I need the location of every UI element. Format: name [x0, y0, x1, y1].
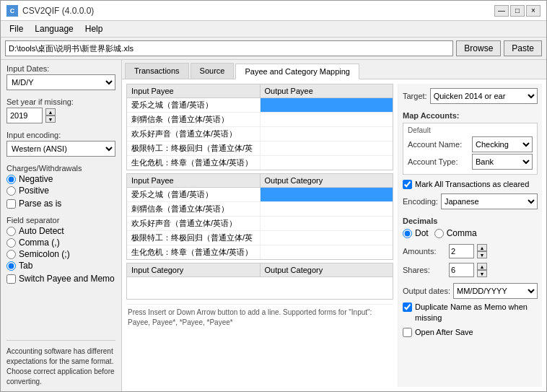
title-controls: — □ × — [494, 5, 541, 17]
tab-payee-category[interactable]: Payee and Category Mapping — [235, 64, 359, 79]
dot-label: Dot — [415, 228, 429, 238]
cat-output-cell — [261, 202, 393, 216]
cat-output-cell — [261, 245, 393, 259]
table-row[interactable]: 刺猬信条（普通立体/英语） — [127, 202, 393, 217]
dot-radio[interactable] — [403, 229, 412, 238]
accounts-subsection: Default Account Name: Checking Account T… — [403, 123, 538, 175]
tab-source[interactable]: Source — [191, 63, 235, 79]
maximize-button[interactable]: □ — [510, 5, 525, 17]
right-config-panel: Target: Quicken 2014 or ear Map Accounts… — [398, 84, 542, 387]
open-after-save-label[interactable]: Open After Save — [403, 327, 538, 337]
shares-row: Shares: ▲ ▼ — [403, 263, 538, 277]
menu-language[interactable]: Language — [29, 22, 79, 35]
payee-input-cell: 生化危机：终章（普通立体/英语） — [127, 156, 261, 170]
tab-radio[interactable] — [6, 261, 16, 271]
table-row[interactable]: 爱乐之城（普通/英语） — [127, 98, 393, 113]
cat-output-cell — [261, 231, 393, 245]
positive-radio[interactable] — [6, 186, 16, 196]
close-button[interactable]: × — [526, 5, 541, 17]
payee-col1-header: Input Payee — [127, 84, 261, 97]
account-type-select[interactable]: Bank — [472, 154, 533, 170]
table-row[interactable]: 生化危机：终章（普通立体/英语） — [127, 156, 393, 170]
shares-up[interactable]: ▲ — [477, 263, 487, 270]
tabs: Transactions Source Payee and Category M… — [122, 60, 546, 79]
switch-payee-label[interactable]: Switch Payee and Memo — [6, 274, 115, 284]
account-name-row: Account Name: Checking — [408, 136, 533, 152]
mark-cleared-checkbox[interactable] — [403, 180, 412, 189]
menu-help[interactable]: Help — [79, 22, 109, 35]
auto-detect-radio[interactable] — [6, 227, 16, 236]
table-row[interactable]: 生化危机：终章（普通立体/英语） — [127, 245, 393, 259]
table-row[interactable]: 爱乐之城（普通/英语） — [127, 188, 393, 202]
shares-down[interactable]: ▼ — [477, 270, 487, 277]
year-input[interactable] — [6, 108, 43, 123]
duplicate-name-text: Duplicate Name as Memo when missing — [415, 302, 538, 323]
negative-label: Negative — [19, 174, 53, 184]
date-format-select[interactable]: M/D/Y D/M/Y Y/M/D — [6, 74, 115, 90]
auto-detect-label[interactable]: Auto Detect — [6, 226, 115, 236]
year-down-button[interactable]: ▼ — [45, 116, 56, 123]
parse-as-is-text: Parse as is — [19, 199, 61, 209]
switch-payee-checkbox[interactable] — [6, 274, 16, 284]
account-name-select[interactable]: Checking — [472, 136, 533, 152]
amounts-input[interactable] — [449, 244, 474, 258]
duplicate-name-label[interactable]: Duplicate Name as Memo when missing — [403, 302, 538, 323]
amounts-up[interactable]: ▲ — [477, 244, 487, 251]
payee-input-cell: 爱乐之城（普通/英语） — [127, 98, 261, 112]
shares-label: Shares: — [403, 266, 446, 274]
positive-radio-label[interactable]: Positive — [6, 186, 115, 196]
title-bar: C CSV2QIF (4.0.0.0) — □ × — [1, 1, 546, 21]
semicolon-radio-label[interactable]: Semicolon (;) — [6, 249, 115, 259]
category-col1-header: Input Payee — [127, 174, 261, 187]
dot-radio-label[interactable]: Dot — [403, 228, 429, 238]
file-path-input[interactable] — [5, 40, 453, 56]
cat-input-cell: 刺猬信条（普通立体/英语） — [127, 202, 261, 216]
payee-output-cell — [261, 141, 393, 155]
open-after-save-checkbox[interactable] — [403, 328, 412, 337]
target-select[interactable]: Quicken 2014 or ear — [430, 88, 538, 104]
tab-transactions[interactable]: Transactions — [125, 63, 189, 79]
year-up-button[interactable]: ▲ — [45, 108, 56, 116]
encoding-config-select[interactable]: Japanese — [441, 193, 538, 209]
mark-cleared-checkbox-label[interactable]: Mark All Transactions as cleared — [403, 179, 538, 189]
encoding-config-label: Encoding: — [403, 197, 438, 206]
shares-input[interactable] — [449, 263, 474, 277]
browse-button[interactable]: Browse — [456, 40, 501, 56]
input-cat-table-header: Input Category Output Category — [127, 263, 393, 277]
table-row[interactable]: 刺猬信条（普通立体/英语） — [127, 113, 393, 127]
amounts-down[interactable]: ▼ — [477, 251, 487, 258]
comma-radio-label[interactable]: Comma (,) — [6, 238, 115, 248]
comma-decimal-radio[interactable] — [434, 229, 444, 238]
comma-radio[interactable] — [6, 238, 16, 248]
amounts-row: Amounts: ▲ ▼ — [403, 244, 538, 258]
payee-output-cell — [261, 98, 393, 112]
parse-as-is-checkbox[interactable] — [6, 199, 16, 209]
paste-button[interactable]: Paste — [504, 40, 542, 56]
map-accounts-title: Map Accounts: — [403, 111, 538, 120]
semicolon-radio[interactable] — [6, 250, 16, 259]
table-row[interactable]: 极限特工：终极回归（普通立体/英 — [127, 231, 393, 245]
set-year-label: Set year if missing: — [6, 97, 115, 106]
encoding-select[interactable]: Western (ANSI) — [6, 141, 115, 157]
duplicate-name-checkbox[interactable] — [403, 302, 412, 312]
tab-radio-label[interactable]: Tab — [6, 261, 115, 271]
menu-file[interactable]: File — [4, 22, 29, 35]
table-row[interactable]: 欢乐好声音（普通立体/英语） — [127, 127, 393, 141]
parse-as-is-label[interactable]: Parse as is — [6, 199, 115, 209]
negative-radio-label[interactable]: Negative — [6, 174, 115, 184]
payee-output-cell — [261, 113, 393, 126]
default-label: Default — [408, 126, 533, 134]
positive-label: Positive — [19, 186, 49, 196]
toolbar: Browse Paste — [1, 38, 546, 60]
comma-decimal-radio-label[interactable]: Comma — [434, 228, 477, 238]
minimize-button[interactable]: — — [494, 5, 509, 17]
amounts-spinner: ▲ ▼ — [477, 244, 487, 258]
negative-radio[interactable] — [6, 175, 16, 184]
output-dates-select[interactable]: MM/DD/YYYY — [453, 283, 538, 299]
table-row[interactable]: 欢乐好声音（普通立体/英语） — [127, 217, 393, 231]
auto-detect-text: Auto Detect — [19, 226, 64, 236]
input-category-table: Input Category Output Category — [126, 263, 393, 300]
menu-bar: File Language Help — [1, 21, 546, 38]
table-row[interactable]: 极限特工：终极回归（普通立体/英 — [127, 141, 393, 156]
input-dates-label: Input Dates: — [6, 64, 115, 73]
